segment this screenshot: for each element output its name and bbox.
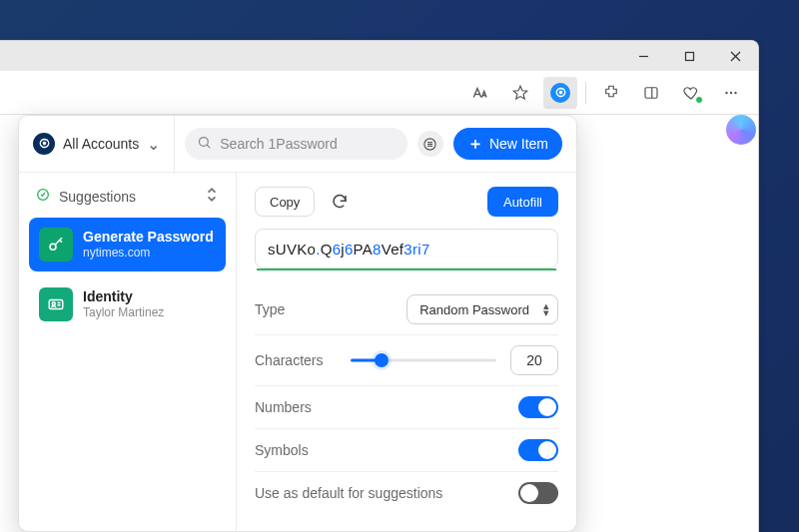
toggle-knob-icon [538, 398, 556, 416]
popup-body: Suggestions Generate Password nytimes.co… [19, 172, 576, 531]
sidebar: Suggestions Generate Password nytimes.co… [19, 173, 237, 531]
status-dot-icon [695, 96, 703, 104]
sort-updown-icon[interactable] [204, 187, 220, 206]
favorites-heart-icon[interactable] [674, 77, 708, 109]
sidebar-item-title: Generate Password [83, 229, 214, 246]
row-symbols: Symbols [255, 428, 558, 471]
svg-point-9 [734, 91, 736, 93]
row-use-default: Use as default for suggestions [255, 471, 558, 514]
use-default-toggle[interactable] [518, 482, 558, 504]
type-select-value: Random Password [419, 302, 529, 317]
svg-point-19 [52, 302, 55, 305]
onepassword-extension-icon[interactable]: ⦿ [543, 77, 577, 109]
password-segment: Vef [382, 241, 404, 258]
minimize-button[interactable] [620, 41, 666, 71]
copilot-icon[interactable] [726, 115, 756, 145]
row-characters: Characters 20 [255, 334, 558, 385]
password-segment: 8 [373, 241, 382, 258]
password-segment: Q [321, 241, 333, 258]
sidebar-section-suggestions[interactable]: Suggestions [29, 181, 226, 212]
toggle-knob-icon [538, 441, 556, 459]
window-controls [620, 41, 758, 71]
svg-rect-1 [685, 52, 693, 60]
detail-panel: Copy Autofill sUVKo.Q6j6PA8Vef3ri7 Type … [237, 173, 576, 531]
sidebar-item-generate-password[interactable]: Generate Password nytimes.com [29, 218, 226, 271]
extensions-icon[interactable] [594, 77, 628, 109]
favorite-star-icon[interactable] [503, 77, 537, 109]
password-segment: sUVKo [268, 241, 316, 258]
maximize-button[interactable] [666, 41, 712, 71]
regenerate-button[interactable] [325, 187, 355, 217]
row-numbers: Numbers [255, 385, 558, 428]
svg-rect-18 [49, 300, 63, 309]
slider-thumb-icon[interactable] [375, 353, 389, 367]
symbols-label: Symbols [255, 442, 351, 458]
sidebar-item-subtitle: nytimes.com [83, 246, 214, 260]
new-item-button[interactable]: ＋ New Item [453, 128, 562, 160]
onepassword-popup: ⦿ All Accounts ⌄ ＋ New Item [18, 115, 577, 532]
generated-password[interactable]: sUVKo.Q6j6PA8Vef3ri7 [255, 229, 558, 268]
svg-point-7 [725, 91, 727, 93]
password-segment: PA [354, 241, 374, 258]
toggle-knob-icon [520, 484, 538, 502]
type-select[interactable]: Random Password ▴▾ [406, 294, 558, 324]
row-type: Type Random Password ▴▾ [255, 284, 558, 334]
account-picker[interactable]: ⦿ All Accounts ⌄ [33, 116, 175, 172]
sidebar-item-identity[interactable]: Identity Taylor Martinez [29, 277, 226, 331]
svg-point-10 [200, 137, 209, 146]
close-button[interactable] [712, 41, 758, 71]
settings-gear-icon[interactable] [417, 131, 443, 157]
type-label: Type [255, 301, 351, 317]
sidepanel-icon[interactable] [634, 77, 668, 109]
characters-slider[interactable] [351, 350, 496, 370]
search-input[interactable] [220, 136, 396, 152]
numbers-label: Numbers [255, 399, 351, 415]
numbers-toggle[interactable] [518, 396, 558, 418]
search-field[interactable] [185, 128, 407, 160]
search-icon [197, 135, 212, 154]
svg-line-11 [207, 145, 210, 148]
password-segment: 6 [333, 241, 342, 258]
password-segment: 6 [345, 241, 354, 258]
popup-header: ⦿ All Accounts ⌄ ＋ New Item [19, 116, 576, 172]
use-default-label: Use as default for suggestions [255, 485, 518, 501]
key-icon [39, 228, 73, 262]
password-segment: 3ri7 [403, 241, 429, 258]
characters-value[interactable]: 20 [510, 345, 558, 375]
plus-icon: ＋ [467, 136, 483, 152]
password-strength-bar [257, 268, 556, 270]
select-updown-icon: ▴▾ [543, 302, 549, 315]
toolbar-separator [585, 82, 586, 104]
identity-card-icon [39, 287, 73, 321]
text-size-icon[interactable] [463, 77, 497, 109]
sidebar-item-title: Identity [83, 288, 164, 305]
sidebar-item-subtitle: Taylor Martinez [83, 305, 164, 319]
sidebar-section-label: Suggestions [59, 189, 136, 205]
new-item-label: New Item [489, 136, 548, 152]
browser-window: ⦿ ⦿ All Accounts ⌄ ＋ Ne [0, 40, 759, 532]
account-label: All Accounts [63, 136, 139, 152]
copy-password-button[interactable]: Copy [255, 187, 315, 217]
svg-point-8 [730, 91, 732, 93]
characters-label: Characters [255, 352, 351, 368]
symbols-toggle[interactable] [518, 439, 558, 461]
autofill-button[interactable]: Autofill [487, 187, 558, 217]
detail-actions: Copy Autofill [255, 187, 558, 217]
svg-point-17 [50, 244, 56, 250]
browser-toolbar: ⦿ [0, 71, 758, 115]
more-menu-icon[interactable] [714, 77, 748, 109]
onepassword-logo-icon: ⦿ [33, 133, 55, 155]
suggestions-icon [35, 187, 51, 206]
svg-marker-4 [513, 86, 527, 99]
chevron-down-icon: ⌄ [147, 135, 160, 154]
svg-rect-5 [645, 87, 657, 98]
